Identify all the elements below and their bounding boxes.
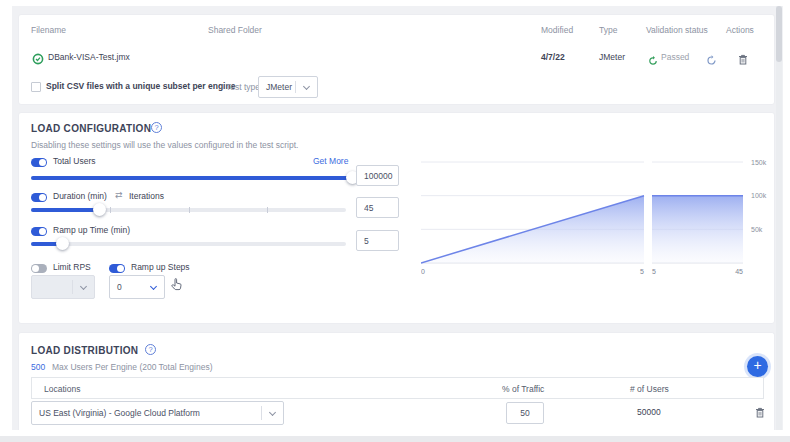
load-configuration-subtitle: Disabling these settings will use the va…	[31, 140, 298, 150]
col-shared-folder: Shared Folder	[208, 25, 262, 35]
max-users-per-engine-link[interactable]: 500	[31, 362, 45, 372]
split-csv-label: Split CSV files with a unique subset per…	[46, 81, 235, 91]
revalidate-icon[interactable]	[648, 52, 658, 70]
svg-text:5: 5	[652, 268, 656, 275]
chevron-down-icon	[80, 282, 87, 289]
duration-input[interactable]	[356, 197, 399, 218]
total-users-slider[interactable]	[31, 171, 353, 185]
file-type: JMeter	[599, 52, 625, 62]
svg-text:45: 45	[735, 268, 743, 275]
load-configuration-panel: LOAD CONFIGURATION ? Disabling these set…	[18, 112, 775, 324]
sync-file-icon[interactable]	[706, 52, 717, 70]
col-type: Type	[599, 25, 617, 35]
svg-text:150k: 150k	[751, 159, 767, 166]
svg-text:5: 5	[640, 268, 644, 275]
ramp-up-time-slider-handle[interactable]	[56, 237, 69, 250]
limit-rps-toggle[interactable]	[31, 264, 47, 273]
col-users: # of Users	[630, 384, 669, 394]
chevron-down-icon	[150, 282, 157, 289]
load-distribution-title: LOAD DISTRIBUTION	[31, 345, 138, 356]
users-count-value: 50000	[637, 407, 661, 417]
duration-toggle[interactable]	[31, 193, 47, 202]
limit-rps-label: Limit RPS	[53, 262, 91, 272]
col-filename: Filename	[31, 25, 66, 35]
ramp-up-time-toggle[interactable]	[31, 227, 47, 236]
total-users-input[interactable]	[356, 165, 399, 186]
col-actions: Actions	[726, 25, 754, 35]
col-validation-status: Validation status	[646, 25, 708, 35]
col-traffic: % of Traffic	[502, 384, 544, 394]
max-users-per-engine-text: Max Users Per Engine (200 Total Engines)	[52, 362, 212, 372]
location-value: US East (Virginia) - Google Cloud Platfo…	[32, 408, 261, 418]
test-type-label: Test type:	[226, 82, 262, 92]
chevron-down-icon	[303, 82, 310, 89]
delete-file-icon[interactable]	[738, 51, 748, 69]
col-locations: Locations	[44, 384, 80, 394]
duration-slider-handle[interactable]	[93, 203, 106, 216]
file-modified: 4/7/22	[541, 52, 565, 62]
help-icon[interactable]: ?	[145, 344, 156, 355]
ramp-up-steps-toggle[interactable]	[109, 264, 125, 273]
load-distribution-panel: LOAD DISTRIBUTION ? 500 Max Users Per En…	[18, 332, 775, 430]
ramp-up-steps-value: 0	[110, 282, 143, 292]
ramp-up-time-label: Ramp up Time (min)	[53, 225, 130, 235]
col-modified: Modified	[541, 25, 573, 35]
location-select[interactable]: US East (Virginia) - Google Cloud Platfo…	[31, 401, 284, 425]
test-type-value: JMeter	[259, 82, 295, 92]
add-location-button[interactable]: +	[747, 356, 768, 377]
scrollbar-thumb[interactable]	[776, 6, 782, 62]
file-name[interactable]: DBank-VISA-Test.jmx	[48, 52, 130, 62]
ramp-up-steps-select[interactable]: 0	[109, 275, 165, 299]
duration-label: Duration (min)	[53, 191, 107, 201]
iterations-label[interactable]: Iterations	[129, 191, 164, 201]
split-csv-checkbox[interactable]	[31, 82, 41, 92]
chevron-down-icon	[269, 408, 276, 415]
duration-slider[interactable]	[31, 203, 346, 217]
mouse-cursor-icon	[171, 277, 183, 295]
total-users-toggle[interactable]	[31, 158, 47, 167]
svg-text:50k: 50k	[751, 226, 763, 233]
bottom-divider	[0, 436, 790, 442]
traffic-percent-input[interactable]	[506, 402, 544, 424]
load-configuration-title: LOAD CONFIGURATION	[31, 123, 151, 134]
limit-rps-select[interactable]	[31, 275, 95, 299]
test-type-select[interactable]: JMeter	[258, 76, 318, 98]
svg-text:100k: 100k	[751, 192, 767, 199]
help-icon[interactable]: ?	[151, 122, 162, 133]
ramp-up-time-input[interactable]	[356, 230, 399, 251]
delete-location-icon[interactable]	[755, 404, 765, 422]
ramp-up-time-slider[interactable]	[31, 237, 346, 251]
swap-icon[interactable]: ⇄	[115, 190, 123, 200]
total-users-label: Total Users	[53, 156, 96, 166]
distribution-table-header: Locations % of Traffic # of Users	[31, 377, 764, 399]
file-status-icon	[32, 51, 44, 69]
load-preview-chart: 150k100k50k05545	[421, 147, 773, 277]
file-panel: Filename Shared Folder Modified Type Val…	[18, 14, 775, 105]
page: Filename Shared Folder Modified Type Val…	[0, 0, 790, 442]
svg-text:0: 0	[421, 268, 425, 275]
validation-status-text: Passed	[661, 52, 689, 62]
get-more-link[interactable]: Get More	[313, 156, 348, 166]
scrollbar-track[interactable]	[776, 6, 782, 430]
ramp-up-steps-label: Ramp up Steps	[131, 262, 190, 272]
